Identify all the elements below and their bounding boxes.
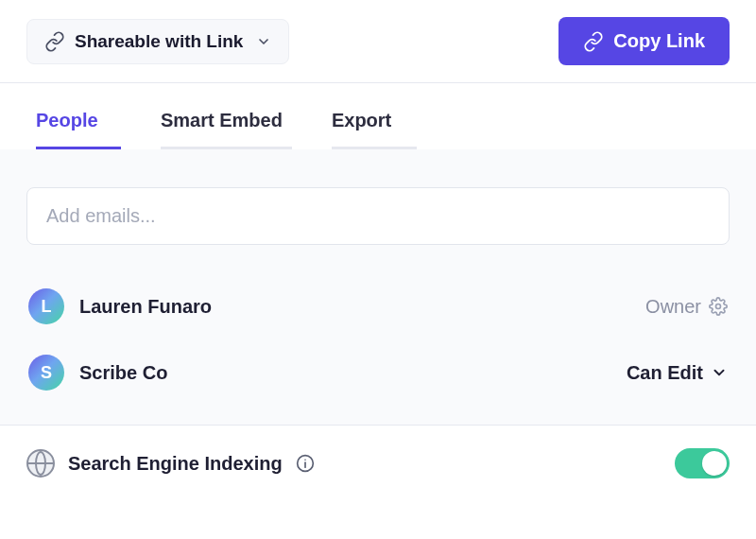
link-icon xyxy=(583,31,604,52)
tab-export[interactable]: Export xyxy=(332,110,417,149)
chevron-down-icon xyxy=(256,34,271,49)
role-owner: Owner xyxy=(645,296,728,318)
globe-icon xyxy=(26,449,55,478)
info-icon[interactable] xyxy=(296,454,315,473)
share-mode-dropdown[interactable]: Shareable with Link xyxy=(26,19,289,64)
share-mode-label: Shareable with Link xyxy=(75,31,243,52)
person-left: L Lauren Funaro xyxy=(28,288,212,324)
avatar: L xyxy=(28,288,64,324)
person-name: Lauren Funaro xyxy=(79,296,212,318)
add-emails-input[interactable] xyxy=(26,187,730,245)
person-row: L Lauren Funaro Owner xyxy=(26,273,730,339)
role-label: Can Edit xyxy=(627,362,703,384)
link-icon xyxy=(44,31,65,52)
toggle-knob xyxy=(702,451,727,476)
tab-people[interactable]: People xyxy=(36,110,121,149)
chevron-down-icon xyxy=(711,364,728,381)
svg-point-0 xyxy=(716,304,721,309)
tabs: People Smart Embed Export xyxy=(0,110,756,149)
tab-smart-embed[interactable]: Smart Embed xyxy=(161,110,292,149)
avatar: S xyxy=(28,355,64,391)
role-label: Owner xyxy=(645,296,701,318)
person-row: S Scribe Co Can Edit xyxy=(26,339,730,406)
person-name: Scribe Co xyxy=(79,362,167,384)
divider xyxy=(0,82,756,83)
gear-icon[interactable] xyxy=(709,297,728,316)
seo-label: Search Engine Indexing xyxy=(68,453,283,475)
svg-point-3 xyxy=(304,459,306,461)
copy-link-button[interactable]: Copy Link xyxy=(558,17,730,65)
people-list: L Lauren Funaro Owner S Scribe Co Can Ed… xyxy=(26,273,730,406)
seo-toggle[interactable] xyxy=(675,448,730,478)
role-dropdown[interactable]: Can Edit xyxy=(627,362,728,384)
seo-row: Search Engine Indexing xyxy=(0,425,756,501)
share-header: Shareable with Link Copy Link xyxy=(0,0,756,82)
person-left: S Scribe Co xyxy=(28,355,167,391)
seo-left: Search Engine Indexing xyxy=(26,449,315,478)
people-panel: L Lauren Funaro Owner S Scribe Co Can Ed… xyxy=(0,149,756,501)
copy-link-label: Copy Link xyxy=(613,30,705,52)
